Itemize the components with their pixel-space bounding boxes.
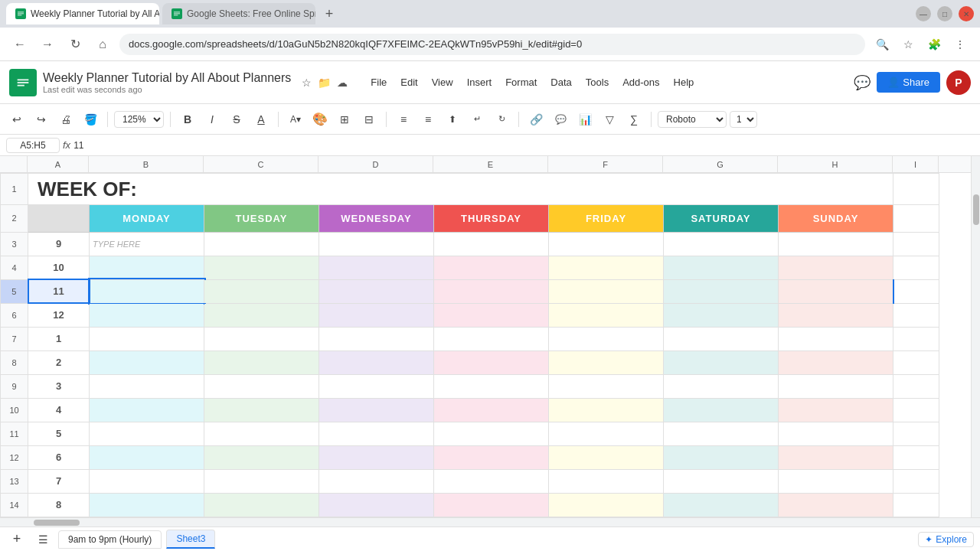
cell-fri-1[interactable]: [549, 327, 664, 350]
cell-sun-9[interactable]: [779, 232, 893, 256]
col-header-b[interactable]: B: [89, 156, 204, 173]
cell-mon-11[interactable]: [90, 279, 204, 303]
menu-edit[interactable]: Edit: [394, 73, 423, 91]
sunday-header[interactable]: SUNDAY: [779, 205, 893, 232]
comment-btn[interactable]: 💬: [550, 109, 571, 130]
cell-fri-9[interactable]: [549, 232, 664, 256]
row-num-8[interactable]: 8: [1, 350, 28, 374]
cell-thu-10[interactable]: [434, 256, 549, 279]
cell-tue-2[interactable]: [204, 350, 319, 374]
folder-icon[interactable]: 📁: [316, 75, 332, 90]
cell-sun-11[interactable]: [779, 279, 893, 303]
cell-tue-10[interactable]: [204, 256, 319, 279]
cell-fri-3[interactable]: [549, 374, 664, 398]
cell-mon-5[interactable]: [90, 422, 204, 445]
col-header-h[interactable]: H: [778, 156, 893, 173]
font-select[interactable]: RobotoArial: [658, 111, 727, 128]
row-num-1[interactable]: 1: [1, 174, 28, 205]
redo-button[interactable]: ↪: [31, 109, 52, 130]
cell-sat-1[interactable]: [664, 327, 779, 350]
row-num-13[interactable]: 13: [1, 469, 28, 493]
col-header-i[interactable]: I: [893, 156, 939, 173]
borders-button[interactable]: ⊞: [334, 109, 355, 130]
rotate-button[interactable]: ↻: [491, 109, 512, 130]
row-num-9[interactable]: 9: [1, 374, 28, 398]
paint-format-button[interactable]: 🪣: [80, 109, 101, 130]
cell-wed-1[interactable]: [319, 327, 434, 350]
cell-fri-4[interactable]: [549, 398, 664, 422]
cell-sun-5[interactable]: [779, 422, 893, 445]
cell-tue-8[interactable]: [204, 493, 319, 517]
cell-wed-2[interactable]: [319, 350, 434, 374]
cell-tue-5[interactable]: [204, 422, 319, 445]
vertical-scrollbar[interactable]: [971, 156, 980, 517]
wrap-text-button[interactable]: ↵: [466, 109, 488, 130]
cell-sat-7[interactable]: [664, 469, 779, 493]
cell-fri-2[interactable]: [549, 350, 664, 374]
cell-mon-12[interactable]: [90, 303, 204, 327]
cell-wed-4[interactable]: [319, 398, 434, 422]
tab-2[interactable]: Google Sheets: Free Online Spre... ✕: [162, 3, 315, 24]
cell-sun-10[interactable]: [779, 256, 893, 279]
chart-button[interactable]: 📊: [574, 109, 596, 130]
menu-format[interactable]: Format: [499, 73, 543, 91]
cell-wed-6[interactable]: [319, 445, 434, 469]
cell-fri-7[interactable]: [549, 469, 664, 493]
cell-thu-2[interactable]: [434, 350, 549, 374]
row-num-6[interactable]: 6: [1, 303, 28, 327]
user-avatar[interactable]: P: [946, 70, 971, 95]
cell-thu-3[interactable]: [434, 374, 549, 398]
row-num-5[interactable]: 5: [1, 279, 28, 303]
star-icon[interactable]: ☆: [300, 75, 313, 90]
col-header-g[interactable]: G: [663, 156, 778, 173]
sheets-list-button[interactable]: ☰: [32, 529, 54, 550]
undo-button[interactable]: ↩: [6, 109, 28, 130]
cell-thu-9[interactable]: [434, 232, 549, 256]
cell-mon-8[interactable]: [90, 493, 204, 517]
cell-mon-7[interactable]: [90, 469, 204, 493]
function-button[interactable]: ∑: [623, 109, 645, 130]
cell-sat-5[interactable]: [664, 422, 779, 445]
settings-icon[interactable]: ⋮: [949, 34, 971, 55]
cell-thu-6[interactable]: [434, 445, 549, 469]
font-size-select[interactable]: 18111214: [730, 111, 757, 128]
strikethrough-button[interactable]: S: [226, 109, 247, 130]
horizontal-scrollbar[interactable]: [0, 517, 980, 527]
week-of-cell[interactable]: WEEK OF:: [28, 174, 893, 205]
refresh-button[interactable]: ↻: [64, 34, 86, 55]
wednesday-header[interactable]: WEDNESDAY: [319, 205, 434, 232]
cell-thu-8[interactable]: [434, 493, 549, 517]
cell-fri-6[interactable]: [549, 445, 664, 469]
bookmark-icon[interactable]: ☆: [897, 34, 919, 55]
home-button[interactable]: ⌂: [92, 34, 113, 55]
cell-sun-12[interactable]: [779, 303, 893, 327]
cell-tue-9[interactable]: [204, 232, 319, 256]
cell-sun-6[interactable]: [779, 445, 893, 469]
menu-tools[interactable]: Tools: [580, 73, 615, 91]
cell-sat-12[interactable]: [664, 303, 779, 327]
sheet-tab-sheet3[interactable]: Sheet3: [166, 530, 215, 549]
cell-wed-9[interactable]: [319, 232, 434, 256]
cell-mon-3[interactable]: [90, 374, 204, 398]
row-num-11[interactable]: 11: [1, 422, 28, 445]
cell-thu-7[interactable]: [434, 469, 549, 493]
grid-scroll-area[interactable]: 1 WEEK OF: 2 MONDAY: [0, 173, 971, 517]
cell-sat-8[interactable]: [664, 493, 779, 517]
cell-thu-1[interactable]: [434, 327, 549, 350]
row-num-14[interactable]: 14: [1, 493, 28, 517]
thursday-header[interactable]: THURSDAY: [434, 205, 549, 232]
cell-fri-8[interactable]: [549, 493, 664, 517]
cell-wed-12[interactable]: [319, 303, 434, 327]
cell-sun-1[interactable]: [779, 327, 893, 350]
link-button[interactable]: 🔗: [525, 109, 547, 130]
cell-tue-12[interactable]: [204, 303, 319, 327]
cell-thu-5[interactable]: [434, 422, 549, 445]
align-left-button[interactable]: ≡: [393, 109, 414, 130]
monday-header[interactable]: MONDAY: [90, 205, 204, 232]
cell-tue-6[interactable]: [204, 445, 319, 469]
cell-sun-4[interactable]: [779, 398, 893, 422]
cell-sat-3[interactable]: [664, 374, 779, 398]
cell-sat-11[interactable]: [664, 279, 779, 303]
friday-header[interactable]: FRIDAY: [549, 205, 664, 232]
cell-mon-9[interactable]: TYPE HERE: [90, 232, 204, 256]
